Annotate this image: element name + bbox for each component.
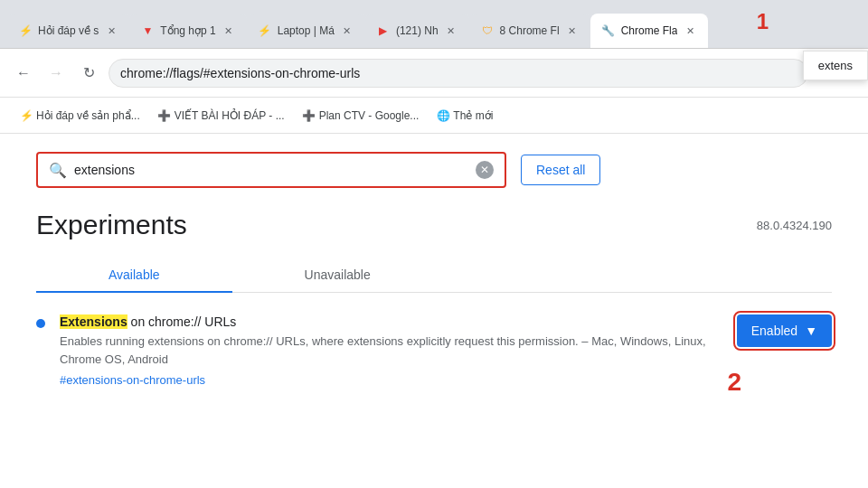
search-clear-button[interactable]: ✕	[476, 161, 494, 179]
tab-title-active: Chrome Fla	[621, 24, 678, 37]
tab-title-youtube: (121) Nh	[396, 24, 439, 37]
bookmark-icon-plan: ➕	[303, 109, 316, 122]
search-box: 🔍 ✕	[36, 152, 506, 188]
refresh-button[interactable]: ↻	[76, 61, 101, 86]
forward-button[interactable]: →	[43, 61, 69, 86]
page-title: Experiments	[36, 210, 187, 240]
experiment-description: Enables running extensions on chrome:// …	[60, 333, 722, 368]
back-button[interactable]: ←	[11, 61, 36, 86]
tab-tonghop[interactable]: ▼ Tổng hợp 1 ✕	[129, 14, 246, 48]
experiment-dot	[36, 319, 45, 328]
tab-available[interactable]: Available	[36, 258, 232, 293]
search-input[interactable]	[74, 163, 468, 177]
experiment-content: Extensions on chrome:// URLs Enables run…	[60, 314, 722, 388]
tab-icon-active: 🔧	[601, 23, 616, 38]
experiment-title-highlight: Extensions	[60, 314, 127, 329]
tab-hoidap[interactable]: ⚡ Hỏi đáp về s ✕	[7, 14, 129, 48]
tab-icon-youtube: ▶	[376, 23, 391, 38]
tab-icon-hoidap: ⚡	[18, 23, 33, 38]
address-bar[interactable]: chrome://flags/#extensions-on-chrome-url…	[108, 59, 808, 88]
bookmark-icon-thenew: 🌐	[437, 109, 449, 122]
tabs-row: Available Unavailable	[36, 258, 832, 292]
dropdown-chevron-icon: ▼	[805, 324, 817, 338]
tab-icon-chrome-flags: 🛡	[480, 23, 495, 38]
tab-bar: ⚡ Hỏi đáp về s ✕ ▼ Tổng hợp 1 ✕ ⚡ Laptop…	[0, 0, 868, 49]
reset-all-button[interactable]: Reset all	[521, 155, 600, 185]
tab-title-laptop: Laptop | Má	[278, 24, 335, 37]
main-content: 🔍 ✕ Reset all Experiments 88.0.4324.190 …	[0, 134, 868, 406]
bookmark-icon-vietbai: ➕	[158, 109, 171, 122]
experiment-title-suffix: on chrome:// URLs	[127, 314, 237, 329]
clear-icon: ✕	[480, 164, 489, 176]
nav-controls: ← → ↻ chrome://flags/#extensions-on-chro…	[0, 49, 868, 98]
tab-close-youtube[interactable]: ✕	[444, 23, 458, 38]
tooltip-text: extens	[818, 59, 853, 72]
bookmark-label-plan: Plan CTV - Google...	[319, 109, 420, 122]
tab-close-active[interactable]: ✕	[683, 23, 697, 38]
enabled-label: Enabled	[751, 324, 797, 338]
bookmark-plan[interactable]: ➕ Plan CTV - Google...	[297, 108, 425, 124]
bookmark-thenew[interactable]: 🌐 Thẻ mới	[431, 108, 498, 124]
tabs-container: Available Unavailable	[36, 258, 832, 293]
tab-icon-laptop: ⚡	[258, 23, 272, 38]
bookmark-icon-hoidap: ⚡	[20, 109, 33, 122]
experiment-item: Extensions on chrome:// URLs Enables run…	[36, 314, 832, 388]
tab-icon-tonghop: ▼	[140, 23, 155, 38]
experiment-link[interactable]: #extensions-on-chrome-urls	[60, 373, 205, 387]
tab-chrome-fla-active[interactable]: 🔧 Chrome Fla ✕	[590, 14, 709, 48]
page-header: Experiments 88.0.4324.190	[36, 210, 832, 240]
annotation-2: 2	[727, 368, 741, 397]
tab-close-tonghop[interactable]: ✕	[222, 23, 236, 38]
bookmark-hoidap[interactable]: ⚡ Hỏi đáp về sản phẩ...	[14, 108, 146, 124]
tab-close-chrome-flags[interactable]: ✕	[565, 23, 580, 38]
tab-title-tonghop: Tổng hợp 1	[160, 24, 215, 37]
tab-close-hoidap[interactable]: ✕	[104, 23, 118, 38]
address-text: chrome://flags/#extensions-on-chrome-url…	[120, 66, 360, 80]
tab-tooltip: extens	[803, 51, 868, 80]
bookmark-bar: ⚡ Hỏi đáp về sản phẩ... ➕ VIẾT BÀI HỎI Đ…	[0, 98, 868, 134]
tab-laptop[interactable]: ⚡ Laptop | Má ✕	[247, 14, 365, 48]
tab-close-laptop[interactable]: ✕	[340, 23, 354, 38]
tab-youtube[interactable]: ▶ (121) Nh ✕	[365, 14, 469, 48]
tab-title-chrome-flags: 8 Chrome Fl	[500, 24, 560, 37]
tab-chrome-flags[interactable]: 🛡 8 Chrome Fl ✕	[469, 14, 590, 48]
experiment-control: Enabled ▼	[737, 314, 832, 347]
version-text: 88.0.4324.190	[757, 219, 832, 232]
bookmark-label-vietbai: VIẾT BÀI HỎI ĐÁP - ...	[175, 109, 285, 122]
search-icon: 🔍	[49, 162, 67, 179]
bookmark-label-hoidap: Hỏi đáp về sản phẩ...	[36, 109, 140, 122]
search-bar-container: 🔍 ✕ Reset all	[36, 152, 832, 188]
bookmark-vietbai[interactable]: ➕ VIẾT BÀI HỎI ĐÁP - ...	[153, 108, 290, 124]
annotation-1: 1	[757, 9, 769, 34]
experiment-title: Extensions on chrome:// URLs	[60, 314, 722, 329]
enabled-dropdown[interactable]: Enabled ▼	[737, 314, 832, 347]
bookmark-label-thenew: Thẻ mới	[453, 109, 493, 122]
tab-unavailable[interactable]: Unavailable	[232, 258, 443, 293]
tab-title-hoidap: Hỏi đáp về s	[38, 24, 99, 37]
